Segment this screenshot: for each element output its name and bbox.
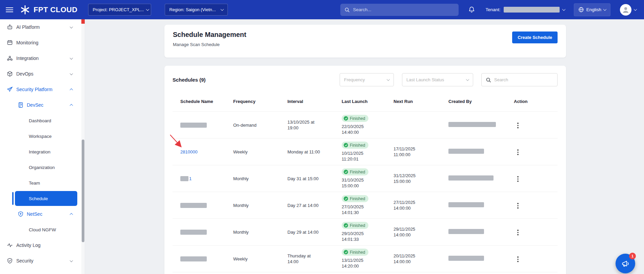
chevron-up-icon: [70, 88, 73, 91]
topbar: FPT CLOUD Project: PROJECT_XPL... Region…: [0, 0, 644, 19]
check-icon: [344, 143, 348, 147]
status-label: Finished: [350, 250, 365, 255]
chevron-down-icon: [387, 78, 390, 81]
check-icon: [344, 250, 348, 254]
row-actions-button[interactable]: [515, 201, 521, 211]
sidebar-scrollbar-thumb[interactable]: [82, 140, 84, 242]
chevron-down-icon: [466, 78, 469, 81]
redacted-text: [448, 175, 494, 181]
frequency-cell: Weekly: [233, 149, 287, 154]
user-menu[interactable]: [620, 4, 637, 16]
create-schedule-button[interactable]: Create Schedule: [512, 31, 558, 43]
sidebar-item-integration[interactable]: Integration: [0, 144, 81, 160]
announcements-fab-button[interactable]: 1: [616, 254, 635, 273]
sidebar-item-activity-log[interactable]: Activity Log: [0, 237, 81, 253]
row-actions-button[interactable]: [515, 254, 521, 264]
schedules-table: Schedule NameFrequencyIntervalLast Launc…: [173, 91, 558, 272]
redacted-text: [448, 202, 484, 207]
redacted-text: [448, 149, 484, 154]
status-label: Finished: [350, 223, 365, 228]
sidebar-item-label: Security: [16, 258, 34, 264]
global-search-input[interactable]: [353, 7, 455, 12]
schedule-name-link[interactable]: 2810000: [180, 149, 198, 154]
chevron-down-icon: [603, 7, 607, 11]
notifications-bell-icon[interactable]: [468, 6, 475, 13]
sidebar-item-label: Security Platform: [16, 87, 53, 92]
sidebar-item-ai-platform[interactable]: AI Platform: [0, 19, 81, 35]
action-cell: [514, 200, 558, 211]
row-actions-button[interactable]: [515, 228, 521, 237]
sidebar-item-organization[interactable]: Organization: [0, 160, 81, 175]
check-icon: [344, 116, 348, 121]
sidebar-item-cloud-ngfw[interactable]: Cloud NGFW: [0, 222, 81, 237]
frequency-cell: On-demand: [233, 123, 287, 128]
monitoring-icon: [7, 40, 13, 46]
column-header-action: Action: [514, 99, 558, 104]
sidebar-item-dashboard[interactable]: Dashboard: [0, 113, 81, 128]
tenant-selector[interactable]: Tenant:: [485, 7, 565, 13]
chevron-down-icon: [562, 7, 565, 11]
schedule-name-link[interactable]: 1: [189, 176, 192, 181]
table-row: MonthlyDay 29 at 14:00Finished29/10/2025…: [173, 219, 558, 246]
chevron-down-icon: [70, 259, 73, 262]
table-row: MonthlyDay 27 at 14:00Finished27/10/2025…: [173, 192, 558, 219]
sidebar-item-tele[interactable]: Tele: [0, 269, 81, 274]
status-label: Finished: [350, 196, 365, 201]
schedule-name-cell: [173, 230, 233, 235]
menu-icon[interactable]: [6, 7, 13, 13]
sidebar-item-workspace[interactable]: Workspace: [0, 128, 81, 144]
notification-count-badge: 1: [629, 253, 636, 259]
schedules-card: Schedules (9) Frequency Last Launch Stat…: [164, 66, 566, 274]
check-icon: [344, 196, 348, 201]
sidebar-item-label: Integration: [29, 149, 51, 154]
sidebar-item-devops[interactable]: DevOps: [0, 66, 81, 82]
interval-cell: Day 27 at 14:00: [287, 203, 342, 208]
table-body: On-demand13/10/2025 at19:00Finished22/10…: [173, 112, 558, 272]
schedule-name-cell: 1: [173, 176, 233, 181]
redacted-text: [180, 256, 207, 261]
sidebar-item-security[interactable]: Security: [0, 253, 81, 269]
row-actions-button[interactable]: [515, 147, 521, 157]
table-row: 2810000WeeklyMonday at 11:00Finished10/1…: [173, 139, 558, 165]
interval-cell: Day 29 at 14:00: [287, 229, 342, 235]
sidebar-item-team[interactable]: Team: [0, 175, 81, 191]
column-header-last-launch: Last Launch: [342, 99, 394, 104]
sidebar-item-monitoring[interactable]: Monitoring: [0, 35, 81, 50]
sidebar-item-security-platform[interactable]: Security Platform: [0, 82, 81, 97]
column-header-interval: Interval: [287, 99, 342, 104]
chevron-down-icon: [70, 56, 73, 60]
table-search-input[interactable]: [494, 77, 553, 82]
status-badge: Finished: [342, 222, 368, 229]
sidebar-scrollbar-red-marker: [81, 19, 85, 24]
sidebar-item-label: Integration: [16, 56, 39, 61]
chevron-down-icon: [634, 7, 637, 11]
ai-platform-icon: [7, 24, 13, 30]
row-actions-button[interactable]: [515, 174, 521, 184]
sidebar-item-label: Workspace: [29, 134, 52, 139]
frequency-filter-select[interactable]: Frequency: [340, 73, 394, 86]
sidebar-item-label: AI Platform: [16, 24, 40, 30]
table-row: On-demand13/10/2025 at19:00Finished22/10…: [173, 112, 558, 139]
search-icon: [344, 7, 350, 13]
global-search: [340, 4, 459, 16]
last-launch-status-filter-select[interactable]: Last Launch Status: [402, 73, 473, 86]
language-selector[interactable]: English: [574, 3, 610, 16]
sidebar-item-devsec[interactable]: DevSec: [0, 97, 81, 113]
action-cell: [514, 147, 558, 157]
sidebar-item-schedule[interactable]: Schedule: [15, 191, 77, 206]
status-badge: Finished: [342, 249, 368, 256]
chevron-down-icon: [70, 72, 73, 75]
row-actions-button[interactable]: [515, 121, 521, 130]
sidebar-item-netsec[interactable]: NetSec: [0, 206, 81, 222]
status-badge: Finished: [342, 115, 368, 122]
status-badge: Finished: [342, 168, 368, 175]
redacted-text: [448, 256, 484, 261]
schedule-name-cell: [173, 203, 233, 208]
next-run-cell: 20/11/202514:00:00: [394, 253, 448, 265]
last-launch-cell: Finished31/10/202515:00:00: [342, 168, 394, 189]
sidebar-item-integration[interactable]: Integration: [0, 50, 81, 66]
project-selector[interactable]: Project: PROJECT_XPL...: [88, 4, 151, 16]
region-selector[interactable]: Region: Saigon (Vietn...: [165, 4, 228, 16]
globe-icon: [578, 7, 584, 13]
redacted-text: [180, 230, 207, 235]
